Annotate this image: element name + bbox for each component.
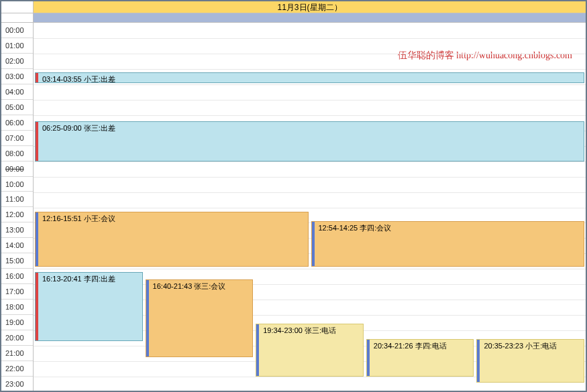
time-label: 09:00: [1, 161, 33, 177]
event-label: 20:35-23:23 小王:电话: [484, 341, 581, 351]
calendar-event[interactable]: 12:54-14:25 李四:会议: [311, 221, 585, 267]
header-corner: [1, 1, 34, 13]
event-accent: [36, 212, 38, 266]
hour-gridline: [34, 69, 586, 70]
time-label: 22:00: [1, 361, 33, 377]
time-label: 20:00: [1, 330, 33, 346]
time-label: 21:00: [1, 346, 33, 361]
time-label: 08:00: [1, 146, 33, 161]
grid-body: 00:0001:0002:0003:0004:0005:0006:0007:00…: [1, 23, 586, 392]
time-label: 16:00: [1, 269, 33, 284]
hour-gridline: [34, 100, 586, 101]
hour-gridline: [34, 161, 586, 162]
time-label: 14:00: [1, 238, 33, 253]
allday-gutter: [1, 13, 34, 23]
calendar-event[interactable]: 12:16-15:51 小王:会议: [35, 212, 309, 267]
time-label: 00:00: [1, 23, 33, 38]
time-label: 18:00: [1, 300, 33, 315]
time-label: 01:00: [1, 38, 33, 54]
event-label: 16:40-21:43 张三:会议: [153, 281, 250, 291]
time-label: 02:00: [1, 54, 33, 69]
time-label: 11:00: [1, 192, 33, 207]
header-row: 11月3日(星期二）: [1, 1, 586, 13]
hour-gridline: [34, 84, 586, 85]
event-label: 03:14-03:55 小王:出差: [42, 74, 581, 83]
hour-gridline: [34, 208, 586, 208]
time-label: 03:00: [1, 69, 33, 84]
event-accent: [146, 280, 149, 356]
event-label: 20:34-21:26 李四:电话: [374, 341, 471, 351]
calendar-event[interactable]: 16:13-20:41 李四:出差: [35, 272, 143, 340]
time-column: 00:0001:0002:0003:0004:0005:0006:0007:00…: [1, 23, 34, 392]
event-label: 12:16-15:51 小王:会议: [42, 214, 305, 224]
time-label: 06:00: [1, 115, 33, 131]
event-accent: [36, 273, 38, 340]
time-label: 13:00: [1, 222, 33, 238]
time-label: 17:00: [1, 284, 33, 300]
time-label: 19:00: [1, 315, 33, 330]
time-label: 12:00: [1, 207, 33, 222]
hour-gridline: [34, 177, 586, 178]
event-accent: [36, 122, 38, 160]
event-accent: [256, 324, 259, 376]
events-column[interactable]: 伍华聪的博客 http://wuhuacong.cnblogs.com 03:1…: [34, 23, 586, 392]
calendar-event[interactable]: 19:34-23:00 张三:电话: [256, 324, 364, 377]
event-label: 19:34-23:00 张三:电话: [263, 326, 360, 336]
calendar-event[interactable]: 16:40-21:43 张三:会议: [146, 279, 254, 357]
event-label: 12:54-14:25 李四:会议: [319, 223, 582, 233]
event-accent: [477, 340, 480, 381]
allday-row: [1, 13, 586, 23]
calendar-event[interactable]: 20:34-21:26 李四:电话: [366, 339, 474, 377]
calendar-event[interactable]: 06:25-09:00 张三:出差: [35, 121, 584, 161]
hour-gridline: [34, 38, 586, 39]
allday-cell[interactable]: [34, 13, 586, 23]
hour-gridline: [34, 269, 586, 269]
hour-gridline: [34, 54, 586, 54]
time-label: 04:00: [1, 84, 33, 100]
event-accent: [367, 340, 370, 376]
watermark-text: 伍华聪的博客 http://wuhuacong.cnblogs.com: [398, 50, 572, 62]
time-label: 23:00: [1, 377, 33, 392]
event-accent: [36, 73, 38, 82]
date-header[interactable]: 11月3日(星期二）: [34, 1, 586, 13]
event-label: 16:13-20:41 李四:出差: [42, 274, 140, 284]
event-accent: [312, 222, 315, 266]
time-label: 15:00: [1, 253, 33, 269]
calendar-day-view: 11月3日(星期二） 00:0001:0002:0003:0004:0005:0…: [0, 0, 587, 392]
time-label: 05:00: [1, 100, 33, 115]
hour-gridline: [34, 192, 586, 193]
event-label: 06:25-09:00 张三:出差: [42, 123, 581, 133]
time-label: 10:00: [1, 177, 33, 192]
calendar-event[interactable]: 03:14-03:55 小王:出差: [35, 72, 584, 83]
time-label: 07:00: [1, 131, 33, 146]
hour-gridline: [34, 115, 586, 116]
calendar-event[interactable]: 20:35-23:23 小王:电话: [476, 339, 584, 382]
